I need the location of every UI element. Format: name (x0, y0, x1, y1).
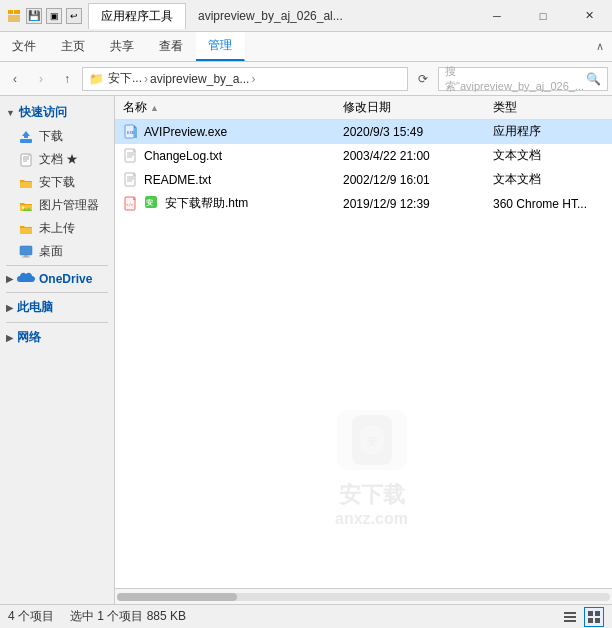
txt-icon (123, 148, 139, 164)
save-btn[interactable]: 💾 (26, 8, 42, 24)
watermark-icon: 安 (332, 400, 412, 480)
svg-rect-1 (14, 10, 20, 14)
folder-icon-2 (18, 221, 34, 237)
table-row[interactable]: </> 安 安下载帮助.htm 2019/12/9 12:39 360 Chro… (115, 192, 612, 216)
sidebar-item-uploads[interactable]: 未上传 (0, 217, 114, 240)
refresh-button[interactable]: ⟳ (412, 68, 434, 90)
view-list-button[interactable] (584, 607, 604, 627)
sidebar-section-quickaccess-label: 快速访问 (19, 104, 67, 121)
sidebar-item-desktop[interactable]: 桌面 (0, 240, 114, 263)
divider-1 (6, 265, 108, 266)
path-folder-icon: 📁 (89, 72, 104, 86)
table-row[interactable]: README.txt 2002/12/9 16:01 文本文档 (115, 168, 612, 192)
file-list-header: 名称 ▲ 修改日期 类型 (115, 96, 612, 120)
file-area: 名称 ▲ 修改日期 类型 EXE (115, 96, 612, 604)
path-part-1: 安下... (108, 70, 142, 87)
watermark: 安 安下载 anxz.com (332, 400, 412, 528)
address-path[interactable]: 📁 安下... › avipreview_by_a... › (82, 67, 408, 91)
sidebar-section-onedrive-label: OneDrive (39, 272, 92, 286)
undo-btn[interactable]: ↩ (66, 8, 82, 24)
tab-share[interactable]: 共享 (98, 32, 147, 61)
path-separator-2: › (251, 72, 255, 86)
file-type-2: 文本文档 (485, 171, 612, 188)
sidebar-item-downloads[interactable]: 下载 (0, 125, 114, 148)
tab-manage[interactable]: 管理 (196, 32, 245, 61)
svg-rect-3 (20, 139, 32, 143)
svg-rect-0 (8, 10, 13, 14)
tab-home[interactable]: 主页 (49, 32, 98, 61)
svg-rect-41 (588, 618, 593, 623)
sidebar-section-thispc[interactable]: ▶ 此电脑 (0, 295, 114, 320)
svg-rect-2 (8, 15, 20, 22)
col-header-date[interactable]: 修改日期 (335, 99, 485, 116)
col-header-name[interactable]: 名称 ▲ (115, 99, 335, 116)
tab-view[interactable]: 查看 (147, 32, 196, 61)
table-row[interactable]: ChangeLog.txt 2003/4/22 21:00 文本文档 (115, 144, 612, 168)
path-part-2: avipreview_by_a... (150, 72, 249, 86)
forward-button[interactable]: › (30, 68, 52, 90)
address-bar: ‹ › ↑ 📁 安下... › avipreview_by_a... › ⟳ 搜… (0, 62, 612, 96)
sidebar-item-anxiazai[interactable]: 安下载 (0, 171, 114, 194)
file-date-0: 2020/9/3 15:49 (335, 125, 485, 139)
file-name-3: 安下载帮助.htm (165, 195, 248, 212)
properties-btn[interactable]: ▣ (46, 8, 62, 24)
search-placeholder: 搜索"avipreview_by_aj_026_... (445, 64, 586, 94)
app-tools-tab[interactable]: 应用程序工具 (88, 3, 186, 29)
sidebar-section-thispc-label: 此电脑 (17, 299, 53, 316)
file-name-0: AVIPreview.exe (144, 125, 227, 139)
col-type-label: 类型 (493, 100, 517, 114)
watermark-text-1: 安下载 (339, 480, 405, 510)
maximize-button[interactable]: □ (520, 0, 566, 32)
txt-icon-2 (123, 172, 139, 188)
svg-rect-40 (595, 611, 600, 616)
document-icon (18, 152, 34, 168)
title-bar-left: 💾 ▣ ↩ (0, 8, 88, 24)
divider-3 (6, 322, 108, 323)
sidebar-section-quickaccess[interactable]: ▼ 快速访问 (0, 100, 114, 125)
table-row[interactable]: EXE AVIPreview.exe 2020/9/3 15:49 应用程序 (115, 120, 612, 144)
sidebar-section-network[interactable]: ▶ 网络 (0, 325, 114, 350)
search-box[interactable]: 搜索"avipreview_by_aj_026_... 🔍 (438, 67, 608, 91)
exe-icon: EXE (123, 124, 139, 140)
sort-asc-icon: ▲ (150, 103, 159, 113)
file-name-2: README.txt (144, 173, 211, 187)
chevron-right-icon-2: ▶ (6, 303, 13, 313)
file-date-2: 2002/12/9 16:01 (335, 173, 485, 187)
sidebar-section-onedrive[interactable]: ▶ OneDrive (0, 268, 114, 290)
col-name-label: 名称 (123, 99, 147, 116)
file-type-1: 文本文档 (485, 147, 612, 164)
file-name-cell-1: ChangeLog.txt (115, 148, 335, 164)
tab-file[interactable]: 文件 (0, 32, 49, 61)
status-bar: 4 个项目 选中 1 个项目 885 KB (0, 604, 612, 628)
hscroll-thumb[interactable] (117, 593, 237, 601)
sidebar-item-documents-label: 文档 ★ (39, 151, 78, 168)
sidebar-item-pictures[interactable]: 图片管理器 (0, 194, 114, 217)
main-area: ▼ 快速访问 下载 文档 ★ (0, 96, 612, 604)
file-list: EXE AVIPreview.exe 2020/9/3 15:49 应用程序 (115, 120, 612, 588)
title-bar: 💾 ▣ ↩ 应用程序工具 avipreview_by_aj_026_al... … (0, 0, 612, 32)
sidebar-item-desktop-label: 桌面 (39, 243, 63, 260)
watermark-text-2: anxz.com (335, 510, 408, 528)
sidebar-item-downloads-label: 下载 (39, 128, 63, 145)
title-bar-center: 应用程序工具 avipreview_by_aj_026_al... (88, 3, 474, 29)
horizontal-scrollbar[interactable] (115, 588, 612, 604)
onedrive-icon (17, 272, 35, 286)
sidebar-item-pictures-label: 图片管理器 (39, 197, 99, 214)
back-button[interactable]: ‹ (4, 68, 26, 90)
svg-text:</>: </> (126, 202, 134, 207)
minimize-button[interactable]: ─ (474, 0, 520, 32)
file-date-1: 2003/4/22 21:00 (335, 149, 485, 163)
status-view-buttons (560, 607, 604, 627)
svg-text:安: 安 (366, 436, 377, 447)
sidebar-item-anxiazai-label: 安下载 (39, 174, 75, 191)
close-button[interactable]: ✕ (566, 0, 612, 32)
chevron-right-icon: ▶ (6, 274, 13, 284)
status-item-count: 4 个项目 (8, 608, 54, 625)
sidebar-section-network-label: 网络 (17, 329, 41, 346)
col-header-type[interactable]: 类型 (485, 99, 612, 116)
svg-rect-38 (564, 620, 576, 622)
view-details-button[interactable] (560, 607, 580, 627)
sidebar-item-documents[interactable]: 文档 ★ (0, 148, 114, 171)
divider-2 (6, 292, 108, 293)
up-button[interactable]: ↑ (56, 68, 78, 90)
